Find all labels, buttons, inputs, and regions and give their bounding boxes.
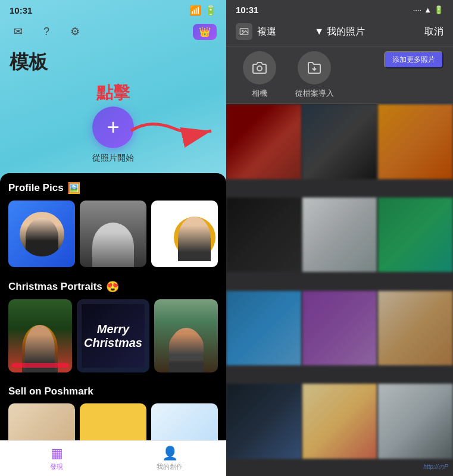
quick-actions-row: 相機 從檔案導入 添加更多照片: [226, 46, 453, 104]
status-icons-right: ···· ▲ 🔋: [413, 5, 443, 14]
svg-point-2: [242, 30, 243, 32]
status-bar-right: 10:31 ···· ▲ 🔋: [226, 0, 453, 17]
photo-cell-11[interactable]: [302, 384, 377, 459]
camera-icon-circle: [243, 51, 276, 84]
photo-icon: [236, 23, 252, 40]
christmas-card-2[interactable]: Merry Christmas: [77, 299, 150, 372]
click-hint: 點擊: [0, 82, 226, 104]
photo-cell-8[interactable]: [302, 291, 377, 366]
battery-icon: 🔋: [205, 5, 217, 16]
photo-library-dropdown[interactable]: ▼ 我的照片: [314, 26, 364, 38]
christmas-card-1[interactable]: [8, 299, 72, 372]
photo-cell-10[interactable]: [226, 384, 301, 459]
profile-card-1[interactable]: [8, 201, 75, 267]
status-icons-left: 📶 🔋: [189, 5, 217, 16]
photo-cell-4[interactable]: [226, 198, 301, 273]
status-time-right: 10:31: [236, 5, 258, 15]
christmas-emoji: 😍: [106, 280, 119, 293]
christmas-card-3[interactable]: [154, 299, 218, 372]
profile-pics-row: [8, 201, 218, 267]
crown-button[interactable]: 👑: [193, 24, 217, 40]
photo-cell-12[interactable]: [378, 384, 453, 459]
status-bar-left: 10:31 📶 🔋: [0, 0, 226, 18]
profile-pics-title: Profile Pics 🖼️: [8, 181, 218, 195]
add-more-container: 添加更多照片: [345, 51, 443, 99]
profile-pics-section: Profile Pics 🖼️: [0, 173, 226, 272]
settings-icon[interactable]: ⚙: [67, 23, 83, 40]
status-time-left: 10:31: [10, 5, 32, 15]
photo-picker-left: 複選: [236, 23, 305, 40]
arrow-indicator: [125, 113, 220, 151]
signal-dots-icon: ····: [413, 5, 421, 14]
photo-picker-center: ▼ 我的照片: [305, 26, 374, 38]
help-icon[interactable]: ?: [38, 23, 55, 40]
photo-cell-6[interactable]: [378, 198, 453, 273]
photo-cell-1[interactable]: [226, 104, 301, 179]
profile-card-2[interactable]: [80, 201, 146, 267]
discover-icon: ▦: [51, 446, 63, 461]
my-creations-label: 我的創作: [157, 462, 183, 471]
import-icon-circle: [298, 51, 331, 84]
photo-cell-3[interactable]: [378, 104, 453, 179]
cancel-button[interactable]: 取消: [374, 26, 443, 38]
christmas-portraits-title: Christmas Portraits 😍: [8, 280, 218, 293]
discover-label: 發現: [50, 462, 63, 471]
photo-cell-9[interactable]: [378, 291, 453, 366]
wifi-right-icon: ▲: [424, 5, 432, 14]
page-title: 模板: [0, 45, 226, 76]
right-panel: 10:31 ···· ▲ 🔋 複選 ▼ 我的照片 取消: [226, 0, 453, 476]
christmas-row: Merry Christmas: [8, 299, 218, 372]
import-label: 從檔案導入: [295, 88, 334, 99]
photo-cell-2[interactable]: [302, 104, 377, 179]
poshmark-title: Sell on Poshmark: [8, 386, 218, 397]
left-panel: 10:31 📶 🔋 ✉ ? ⚙ 👑 模板 點擊 + 從照片開始: [0, 0, 226, 476]
nav-my-creations[interactable]: 👤 我的創作: [113, 441, 226, 476]
svg-point-3: [257, 66, 262, 71]
multiselect-label[interactable]: 複選: [257, 26, 276, 38]
profile-pics-emoji: 🖼️: [67, 181, 80, 195]
photo-grid: [226, 104, 453, 476]
bottom-nav: ▦ 發現 👤 我的創作: [0, 440, 226, 476]
camera-action[interactable]: 相機: [236, 51, 283, 99]
top-nav: ✉ ? ⚙ 👑: [0, 18, 226, 45]
photo-cell-7[interactable]: [226, 291, 301, 366]
watermark: http://のP: [423, 463, 448, 471]
import-action[interactable]: 從檔案導入: [290, 51, 338, 99]
nav-discover[interactable]: ▦ 發現: [0, 441, 113, 476]
profile-card-3[interactable]: [151, 201, 218, 267]
christmas-portraits-section: Christmas Portraits 😍 Merry: [0, 272, 226, 377]
battery-right-icon: 🔋: [434, 5, 443, 14]
add-more-photos-button[interactable]: 添加更多照片: [384, 51, 443, 68]
photo-picker-header: 複選 ▼ 我的照片 取消: [226, 17, 453, 46]
christmas-text: Christmas: [84, 336, 142, 350]
photo-cell-5[interactable]: [302, 198, 377, 273]
add-button-label: 從照片開始: [92, 153, 134, 164]
my-creations-icon: 👤: [162, 446, 178, 461]
merry-text: Merry: [97, 322, 129, 336]
wifi-icon: 📶: [189, 5, 201, 16]
camera-label: 相機: [252, 88, 267, 99]
mail-icon[interactable]: ✉: [10, 23, 26, 40]
templates-container: Profile Pics 🖼️: [0, 173, 226, 476]
